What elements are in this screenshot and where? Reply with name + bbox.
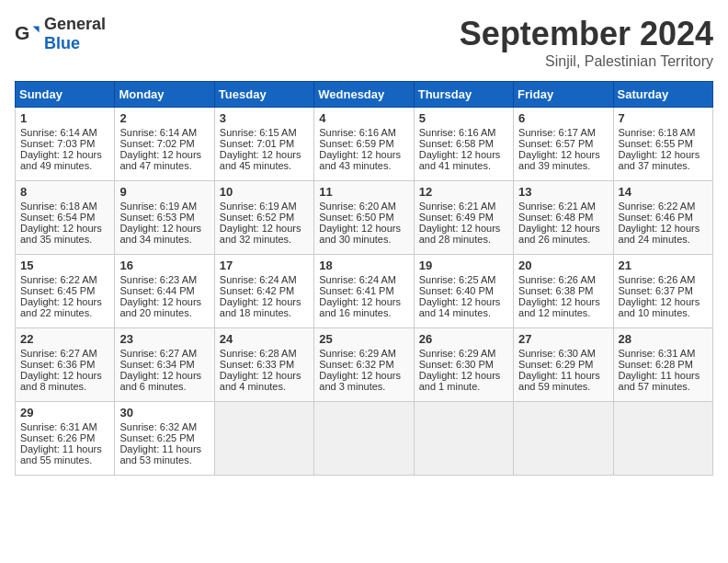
sunset-text: Sunset: 6:46 PM	[619, 212, 693, 223]
day-number: 11	[319, 185, 408, 199]
day-number: 2	[119, 111, 209, 125]
day-number: 23	[119, 332, 209, 346]
sunset-text: Sunset: 6:37 PM	[619, 285, 693, 296]
sunrise-text: Sunrise: 6:23 AM	[119, 274, 197, 285]
calendar-cell: 4 Sunrise: 6:16 AM Sunset: 6:59 PM Dayli…	[314, 108, 414, 181]
day-number: 10	[220, 185, 309, 199]
calendar-week-row: 15 Sunrise: 6:22 AM Sunset: 6:45 PM Dayl…	[16, 255, 713, 328]
calendar-cell: 25 Sunrise: 6:29 AM Sunset: 6:32 PM Dayl…	[314, 328, 414, 402]
weekday-header: Tuesday	[214, 82, 313, 108]
sunrise-text: Sunrise: 6:19 AM	[220, 201, 297, 212]
calendar-cell: 19 Sunrise: 6:25 AM Sunset: 6:40 PM Dayl…	[414, 255, 513, 328]
sunset-text: Sunset: 7:03 PM	[20, 138, 95, 149]
day-number: 26	[419, 332, 508, 346]
calendar-cell	[514, 402, 613, 476]
day-number: 30	[119, 406, 209, 419]
sunrise-text: Sunrise: 6:14 AM	[20, 127, 97, 138]
calendar-cell: 12 Sunrise: 6:21 AM Sunset: 6:49 PM Dayl…	[414, 181, 513, 255]
sunrise-text: Sunrise: 6:22 AM	[20, 274, 97, 285]
day-number: 12	[419, 185, 508, 199]
calendar-cell: 9 Sunrise: 6:19 AM Sunset: 6:53 PM Dayli…	[115, 181, 214, 255]
sunrise-text: Sunrise: 6:28 AM	[220, 348, 297, 359]
subtitle: Sinjil, Palestinian Territory	[460, 53, 713, 70]
day-number: 1	[20, 111, 109, 125]
day-number: 22	[20, 332, 109, 346]
daylight-text: Daylight: 12 hours and 30 minutes.	[319, 223, 401, 245]
sunrise-text: Sunrise: 6:17 AM	[518, 127, 596, 138]
calendar-cell: 29 Sunrise: 6:31 AM Sunset: 6:26 PM Dayl…	[16, 402, 115, 476]
day-number: 4	[319, 111, 408, 125]
sunset-text: Sunset: 6:41 PM	[319, 285, 393, 296]
daylight-text: Daylight: 12 hours and 49 minutes.	[20, 149, 102, 171]
calendar-week-row: 22 Sunrise: 6:27 AM Sunset: 6:36 PM Dayl…	[16, 328, 713, 402]
daylight-text: Daylight: 12 hours and 37 minutes.	[619, 149, 700, 171]
day-number: 14	[619, 185, 708, 199]
sunrise-text: Sunrise: 6:14 AM	[119, 127, 197, 138]
daylight-text: Daylight: 12 hours and 10 minutes.	[619, 296, 700, 318]
calendar-cell: 27 Sunrise: 6:30 AM Sunset: 6:29 PM Dayl…	[514, 328, 613, 402]
title-area: September 2024 Sinjil, Palestinian Terri…	[460, 15, 713, 70]
daylight-text: Daylight: 12 hours and 24 minutes.	[619, 223, 700, 245]
calendar-cell: 15 Sunrise: 6:22 AM Sunset: 6:45 PM Dayl…	[16, 255, 115, 328]
daylight-text: Daylight: 12 hours and 20 minutes.	[119, 296, 201, 318]
header-row: SundayMondayTuesdayWednesdayThursdayFrid…	[16, 82, 713, 108]
calendar-cell	[414, 402, 513, 476]
day-number: 29	[20, 406, 109, 419]
calendar-cell: 10 Sunrise: 6:19 AM Sunset: 6:52 PM Dayl…	[214, 181, 313, 255]
day-number: 18	[319, 259, 408, 272]
calendar-cell: 21 Sunrise: 6:26 AM Sunset: 6:37 PM Dayl…	[613, 255, 712, 328]
daylight-text: Daylight: 12 hours and 41 minutes.	[419, 149, 501, 171]
daylight-text: Daylight: 12 hours and 4 minutes.	[220, 370, 301, 392]
day-number: 24	[220, 332, 309, 346]
daylight-text: Daylight: 12 hours and 39 minutes.	[518, 149, 600, 171]
calendar-cell: 11 Sunrise: 6:20 AM Sunset: 6:50 PM Dayl…	[314, 181, 414, 255]
calendar-cell: 30 Sunrise: 6:32 AM Sunset: 6:25 PM Dayl…	[115, 402, 214, 476]
sunset-text: Sunset: 6:58 PM	[419, 138, 494, 149]
sunrise-text: Sunrise: 6:18 AM	[619, 127, 696, 138]
sunrise-text: Sunrise: 6:15 AM	[220, 127, 297, 138]
calendar-cell: 22 Sunrise: 6:27 AM Sunset: 6:36 PM Dayl…	[16, 328, 115, 402]
daylight-text: Daylight: 12 hours and 8 minutes.	[20, 370, 102, 392]
daylight-text: Daylight: 12 hours and 18 minutes.	[220, 296, 301, 318]
daylight-text: Daylight: 12 hours and 26 minutes.	[518, 223, 600, 245]
sunrise-text: Sunrise: 6:26 AM	[518, 274, 596, 285]
calendar-cell: 23 Sunrise: 6:27 AM Sunset: 6:34 PM Dayl…	[115, 328, 214, 402]
calendar-cell: 16 Sunrise: 6:23 AM Sunset: 6:44 PM Dayl…	[115, 255, 214, 328]
calendar-cell	[214, 402, 313, 476]
daylight-text: Daylight: 12 hours and 34 minutes.	[119, 223, 201, 245]
day-number: 15	[20, 259, 109, 272]
weekday-header: Wednesday	[314, 82, 414, 108]
calendar-cell	[314, 402, 414, 476]
header: G General Blue September 2024 Sinjil, Pa…	[15, 15, 713, 70]
daylight-text: Daylight: 11 hours and 57 minutes.	[619, 370, 700, 392]
weekday-header: Thursday	[414, 82, 513, 108]
sunset-text: Sunset: 6:53 PM	[119, 212, 194, 223]
daylight-text: Daylight: 12 hours and 12 minutes.	[518, 296, 600, 318]
calendar-cell: 13 Sunrise: 6:21 AM Sunset: 6:48 PM Dayl…	[514, 181, 613, 255]
sunset-text: Sunset: 6:36 PM	[20, 359, 95, 370]
day-number: 25	[319, 332, 408, 346]
sunrise-text: Sunrise: 6:21 AM	[518, 201, 596, 212]
sunrise-text: Sunrise: 6:24 AM	[220, 274, 297, 285]
sunset-text: Sunset: 6:25 PM	[119, 432, 194, 443]
calendar-table: SundayMondayTuesdayWednesdayThursdayFrid…	[15, 81, 713, 476]
daylight-text: Daylight: 12 hours and 28 minutes.	[419, 223, 501, 245]
day-number: 13	[518, 185, 608, 199]
sunset-text: Sunset: 6:50 PM	[319, 212, 393, 223]
sunset-text: Sunset: 6:54 PM	[20, 212, 95, 223]
day-number: 28	[619, 332, 708, 346]
calendar-cell: 26 Sunrise: 6:29 AM Sunset: 6:30 PM Dayl…	[414, 328, 513, 402]
svg-marker-1	[33, 27, 40, 33]
calendar-cell: 7 Sunrise: 6:18 AM Sunset: 6:55 PM Dayli…	[613, 108, 712, 181]
calendar-week-row: 8 Sunrise: 6:18 AM Sunset: 6:54 PM Dayli…	[16, 181, 713, 255]
sunset-text: Sunset: 6:57 PM	[518, 138, 593, 149]
day-number: 8	[20, 185, 109, 199]
logo-general-text: General	[44, 15, 106, 33]
sunset-text: Sunset: 6:26 PM	[20, 432, 95, 443]
sunset-text: Sunset: 6:30 PM	[419, 359, 494, 370]
day-number: 9	[119, 185, 209, 199]
sunset-text: Sunset: 6:34 PM	[119, 359, 194, 370]
sunset-text: Sunset: 6:49 PM	[419, 212, 494, 223]
main-title: September 2024	[460, 15, 713, 53]
sunrise-text: Sunrise: 6:27 AM	[119, 348, 197, 359]
